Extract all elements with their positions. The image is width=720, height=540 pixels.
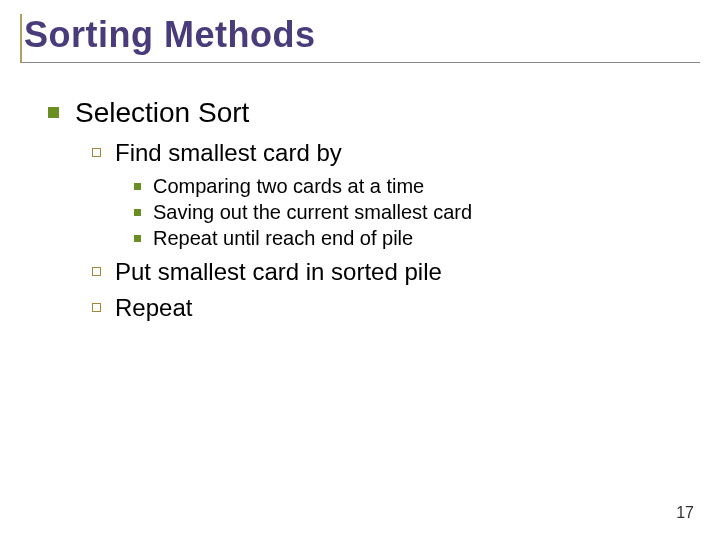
list-item: Repeat until reach end of pile — [134, 227, 700, 250]
slide-body: Selection Sort Find smallest card by — [20, 97, 700, 322]
square-bullet-icon — [134, 209, 141, 216]
list-item: Selection Sort Find smallest card by — [48, 97, 700, 322]
hollow-square-bullet-icon — [92, 148, 101, 157]
slide-title: Sorting Methods — [24, 14, 700, 56]
page-number: 17 — [676, 504, 694, 522]
hollow-square-bullet-icon — [92, 267, 101, 276]
list-item: Comparing two cards at a time — [134, 175, 700, 198]
lvl3-text: Saving out the current smallest card — [153, 201, 472, 224]
square-bullet-icon — [134, 183, 141, 190]
list-item: Repeat — [92, 294, 700, 322]
square-bullet-icon — [48, 107, 59, 118]
list-item: Saving out the current smallest card — [134, 201, 700, 224]
hollow-square-bullet-icon — [92, 303, 101, 312]
bullet-list-lvl2: Find smallest card by Comparing two card… — [48, 139, 700, 322]
slide: Sorting Methods Selection Sort Find smal… — [0, 0, 720, 540]
lvl2-text: Repeat — [115, 294, 192, 322]
lvl3-text: Comparing two cards at a time — [153, 175, 424, 198]
list-item: Find smallest card by Comparing two card… — [92, 139, 700, 250]
title-rule: Sorting Methods — [20, 14, 700, 63]
lvl2-text: Put smallest card in sorted pile — [115, 258, 442, 286]
lvl3-text: Repeat until reach end of pile — [153, 227, 413, 250]
list-item: Put smallest card in sorted pile — [92, 258, 700, 286]
bullet-list-lvl3: Comparing two cards at a time Saving out… — [92, 175, 700, 250]
square-bullet-icon — [134, 235, 141, 242]
lvl1-text: Selection Sort — [75, 97, 249, 129]
bullet-list-lvl1: Selection Sort Find smallest card by — [48, 97, 700, 322]
lvl2-text: Find smallest card by — [115, 139, 342, 167]
